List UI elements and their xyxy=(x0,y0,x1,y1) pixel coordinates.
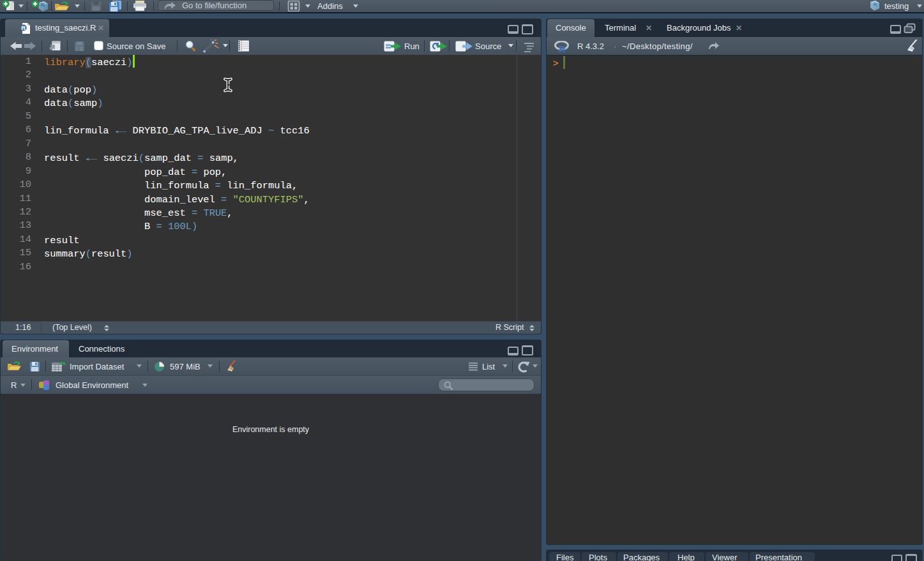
svg-text:R: R xyxy=(559,43,566,54)
svg-text:R: R xyxy=(874,1,877,7)
svg-text:R: R xyxy=(21,24,26,31)
svg-text:R: R xyxy=(41,2,45,8)
